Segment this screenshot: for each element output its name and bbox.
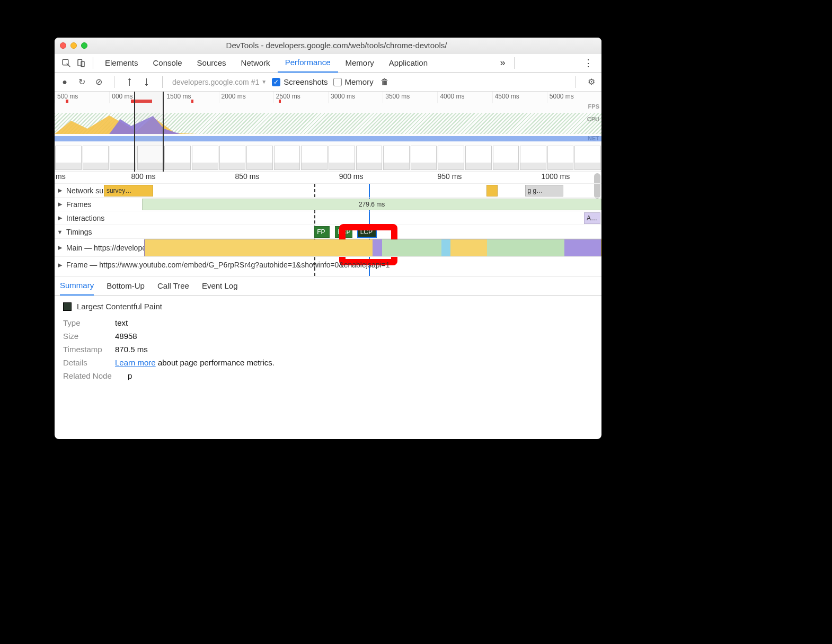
filmstrip-thumb	[55, 146, 82, 170]
tab-summary[interactable]: Summary	[60, 276, 94, 296]
filmstrip-thumb	[83, 146, 109, 170]
summary-type-label: Type	[63, 318, 109, 327]
track-interactions[interactable]: ▶ Interactions A…	[55, 211, 601, 225]
filmstrip-thumb	[219, 146, 246, 170]
traffic-lights	[60, 42, 87, 49]
timing-marker-lcp[interactable]: LCP	[357, 226, 377, 238]
summary-details-value: Learn more about page performance metric…	[115, 358, 275, 367]
recording-select[interactable]: developers.google.com #1 ▼	[172, 78, 267, 86]
summary-details-label: Details	[63, 358, 109, 367]
tab-bottom-up[interactable]: Bottom-Up	[107, 276, 145, 296]
recording-select-label: developers.google.com #1	[172, 78, 259, 86]
screenshots-label: Screenshots	[284, 77, 328, 86]
tabs-overflow-icon[interactable]: »	[496, 57, 510, 68]
summary-related-label: Related Node	[63, 371, 121, 380]
tab-event-log[interactable]: Event Log	[202, 276, 238, 296]
filmstrip-thumb	[164, 146, 191, 170]
track-frames[interactable]: ▶ Frames 279.6 ms	[55, 198, 601, 211]
disclose-icon[interactable]: ▶	[55, 214, 65, 221]
track-network[interactable]: ▶ Network survey… survey… g g…	[55, 184, 601, 198]
ruler-tick: 950 ms	[437, 172, 462, 181]
summary-details-rest: about page performance metrics.	[156, 358, 275, 367]
network-block[interactable]: g g…	[525, 185, 563, 196]
summary-row-timestamp: Timestamp 870.5 ms	[63, 343, 593, 356]
filmstrip-thumb	[383, 146, 410, 170]
main-flame-block[interactable]	[144, 239, 601, 256]
summary-panel: Largest Contentful Paint Type text Size …	[55, 296, 601, 389]
disclose-icon[interactable]: ▶	[55, 244, 65, 251]
overview-selection[interactable]	[134, 92, 164, 172]
minimize-window-icon[interactable]	[70, 42, 77, 49]
track-interactions-label: Interactions	[65, 214, 104, 222]
load-profile-icon[interactable]: ⭡	[124, 77, 136, 87]
garbage-collect-icon[interactable]: 🗑	[379, 77, 391, 87]
color-swatch	[63, 302, 72, 311]
track-timings[interactable]: ▼ Timings FP FCP LCP	[55, 225, 601, 239]
devtools-tabs: Elements Console Sources Network Perform…	[55, 53, 601, 73]
separator	[576, 76, 576, 88]
device-toggle-icon[interactable]	[74, 56, 88, 70]
tab-application[interactable]: Application	[382, 53, 435, 73]
network-block[interactable]: survey…	[104, 185, 153, 196]
ruler-tick: 850 ms	[235, 172, 260, 181]
ruler-tick: 800 ms	[131, 172, 155, 181]
summary-row-size: Size 48958	[63, 329, 593, 343]
devtools-window: DevTools - developers.google.com/web/too…	[55, 38, 601, 439]
ov-longframe-marker	[191, 100, 193, 103]
flamechart-area[interactable]: ms 800 ms 850 ms 900 ms 950 ms 1000 ms ▶…	[55, 172, 601, 276]
memory-toggle[interactable]: Memory	[333, 77, 374, 86]
track-frame-iframe[interactable]: ▶ Frame — https://www.youtube.com/embed/…	[55, 257, 601, 273]
ruler-tick: 900 ms	[339, 172, 364, 181]
details-tabs: Summary Bottom-Up Call Tree Event Log	[55, 276, 601, 296]
clear-icon[interactable]: ⊘	[93, 77, 104, 87]
summary-timestamp-value: 870.5 ms	[115, 345, 148, 354]
screenshots-toggle[interactable]: ✓ Screenshots	[272, 77, 328, 86]
timing-marker-fcp[interactable]: FCP	[335, 226, 352, 238]
disclose-open-icon[interactable]: ▼	[55, 229, 65, 235]
track-timings-label: Timings	[65, 228, 92, 236]
filmstrip-thumb	[547, 146, 574, 170]
tab-sources[interactable]: Sources	[190, 53, 234, 73]
flame-ruler: ms 800 ms 850 ms 900 ms 950 ms 1000 ms	[55, 172, 601, 184]
save-profile-icon[interactable]: ⭣	[141, 77, 153, 87]
filmstrip-thumb	[438, 146, 464, 170]
learn-more-link[interactable]: Learn more	[115, 358, 156, 367]
ov-tick: 3000 ms	[328, 92, 383, 103]
filmstrip-thumb	[574, 146, 601, 170]
filmstrip-thumb	[493, 146, 519, 170]
filmstrip-thumb	[329, 146, 355, 170]
tab-call-tree[interactable]: Call Tree	[157, 276, 189, 296]
tab-console[interactable]: Console	[146, 53, 190, 73]
close-window-icon[interactable]	[60, 42, 66, 49]
track-frame-label: Frame — https://www.youtube.com/embed/G_…	[65, 261, 390, 269]
summary-heading-row: Largest Contentful Paint	[63, 302, 593, 311]
memory-label: Memory	[345, 77, 374, 86]
separator	[93, 57, 93, 69]
frame-block[interactable]: 279.6 ms	[142, 199, 601, 210]
settings-gear-icon[interactable]: ⚙	[586, 77, 597, 87]
disclose-icon[interactable]: ▶	[55, 187, 65, 194]
kebab-menu-icon[interactable]: ⋮	[579, 57, 597, 69]
network-block[interactable]	[486, 185, 498, 196]
tab-elements[interactable]: Elements	[98, 53, 146, 73]
disclose-icon[interactable]: ▶	[55, 262, 65, 269]
summary-related-value: p	[128, 371, 132, 380]
timeline-overview[interactable]: 500 ms 000 ms 1500 ms 2000 ms 2500 ms 30…	[55, 92, 601, 172]
ruler-tick: ms	[56, 172, 66, 181]
disclose-icon[interactable]: ▶	[55, 201, 65, 208]
track-frames-label: Frames	[65, 200, 91, 209]
zoom-window-icon[interactable]	[81, 42, 87, 49]
filmstrip-thumb	[411, 146, 437, 170]
track-main[interactable]: ▶ Main — https://developers.google.com/w…	[55, 239, 601, 257]
reload-icon[interactable]: ↻	[76, 77, 87, 87]
filmstrip-thumb	[356, 146, 383, 170]
timing-marker-fp[interactable]: FP	[314, 226, 330, 238]
interaction-block[interactable]: A…	[584, 212, 600, 224]
inspect-icon[interactable]	[59, 56, 74, 70]
tab-memory[interactable]: Memory	[338, 53, 382, 73]
tab-performance[interactable]: Performance	[278, 53, 338, 73]
tab-network[interactable]: Network	[234, 53, 278, 73]
filmstrip-thumb	[192, 146, 218, 170]
filmstrip-thumb	[274, 146, 300, 170]
record-icon[interactable]: ●	[59, 77, 70, 87]
